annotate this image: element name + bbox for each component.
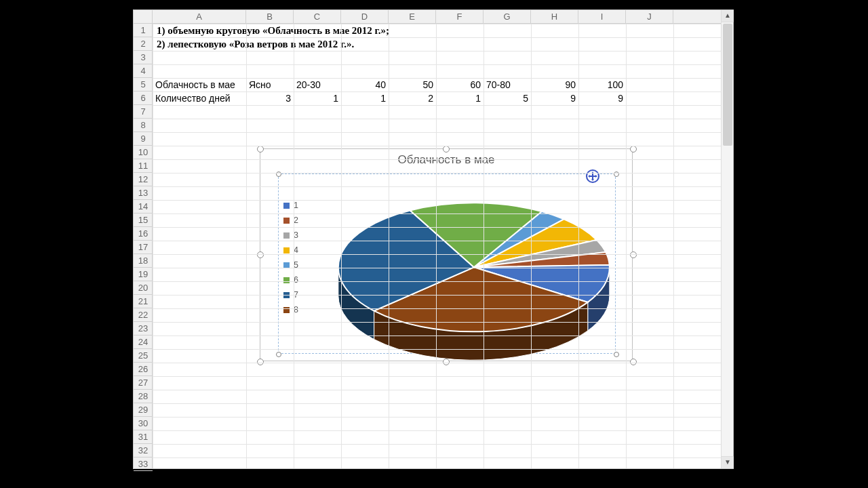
legend-swatch (283, 232, 290, 239)
spreadsheet-viewport: ABCDEFGHIJ 12345678910111213141516171819… (133, 9, 734, 469)
col-header-E[interactable]: E (389, 10, 436, 24)
cell-D5[interactable]: 40 (341, 78, 389, 92)
legend-item-4[interactable]: 4 (283, 243, 298, 258)
row-header-23[interactable]: 23 (134, 322, 153, 336)
row-header-22[interactable]: 22 (134, 308, 153, 322)
row-header-8[interactable]: 8 (134, 119, 153, 132)
col-header-A[interactable]: A (153, 10, 246, 24)
row-header-4[interactable]: 4 (134, 64, 153, 78)
legend-swatch (283, 218, 290, 224)
col-header-B[interactable]: B (246, 10, 294, 24)
legend-swatch (283, 307, 290, 313)
cell-F5[interactable]: 60 (436, 78, 484, 92)
cell-I5[interactable]: 100 (578, 78, 626, 92)
legend-item-6[interactable]: 6 (283, 272, 298, 287)
cell-B5[interactable]: Ясно (246, 78, 294, 92)
vertical-scrollbar[interactable]: ▲ ▼ (721, 10, 733, 468)
cell-G6[interactable]: 5 (484, 92, 531, 105)
row-header-bar: 1234567891011121314151617181920212223242… (134, 24, 153, 468)
cell-H5[interactable]: 90 (531, 78, 578, 92)
row6-label[interactable]: Количество дней (153, 92, 246, 105)
row-header-6[interactable]: 6 (134, 92, 153, 105)
row-header-11[interactable]: 11 (134, 159, 153, 173)
row-header-33[interactable]: 33 (134, 458, 153, 471)
cell-grid[interactable]: 1) объемную круговую «Облачность в мае 2… (153, 24, 721, 468)
col-header-C[interactable]: C (294, 10, 341, 24)
row-header-9[interactable]: 9 (134, 132, 153, 146)
selection-handle[interactable] (630, 251, 637, 258)
selection-handle[interactable] (630, 359, 637, 365)
scroll-thumb[interactable] (723, 24, 732, 146)
legend-item-5[interactable]: 5 (283, 258, 298, 272)
row-header-7[interactable]: 7 (134, 105, 153, 119)
row-header-27[interactable]: 27 (134, 376, 153, 390)
legend-item-8[interactable]: 8 (283, 302, 298, 317)
row-header-21[interactable]: 21 (134, 295, 153, 308)
row-header-2[interactable]: 2 (134, 37, 153, 51)
selection-handle[interactable] (443, 359, 450, 365)
task-line-1: 1) объемную круговую «Облачность в мае 2… (154, 24, 696, 37)
cell-H6[interactable]: 9 (531, 92, 578, 105)
col-header-H[interactable]: H (531, 10, 578, 24)
legend-label: 1 (294, 201, 298, 210)
selection-handle[interactable] (257, 146, 264, 152)
column-header-bar: ABCDEFGHIJ (134, 10, 733, 24)
cell-E5[interactable]: 50 (389, 78, 436, 92)
legend-swatch (283, 247, 290, 253)
select-all-corner[interactable] (134, 10, 153, 24)
pie-chart[interactable] (260, 149, 633, 362)
row-header-1[interactable]: 1 (134, 24, 153, 37)
row-header-18[interactable]: 18 (134, 254, 153, 268)
row-header-10[interactable]: 10 (134, 146, 153, 159)
col-header-J[interactable]: J (626, 10, 673, 24)
cell-E6[interactable]: 2 (389, 92, 436, 105)
col-header-G[interactable]: G (484, 10, 531, 24)
legend-label: 6 (294, 275, 298, 285)
legend-swatch (283, 277, 290, 283)
cell-G5[interactable]: 70-80 (484, 78, 531, 92)
cell-B6[interactable]: 3 (246, 92, 294, 105)
row5-label[interactable]: Облачность в мае (153, 78, 246, 92)
row-header-31[interactable]: 31 (134, 430, 153, 444)
legend-item-2[interactable]: 2 (283, 213, 298, 228)
row-header-14[interactable]: 14 (134, 200, 153, 214)
row-header-15[interactable]: 15 (134, 214, 153, 227)
scroll-up-button[interactable]: ▲ (722, 10, 734, 22)
row-header-20[interactable]: 20 (134, 281, 153, 295)
row-header-12[interactable]: 12 (134, 173, 153, 186)
legend-label: 4 (294, 245, 298, 255)
row-header-19[interactable]: 19 (134, 268, 153, 281)
cell-C6[interactable]: 1 (294, 92, 341, 105)
cell-C5[interactable]: 20-30 (294, 78, 341, 92)
cell-D6[interactable]: 1 (341, 92, 389, 105)
col-header-F[interactable]: F (436, 10, 484, 24)
row-header-24[interactable]: 24 (134, 336, 153, 349)
scroll-down-button[interactable]: ▼ (722, 456, 734, 468)
selection-handle[interactable] (443, 146, 450, 152)
selection-handle[interactable] (257, 251, 264, 258)
row-header-32[interactable]: 32 (134, 444, 153, 458)
row-header-5[interactable]: 5 (134, 78, 153, 92)
legend-swatch (283, 203, 290, 209)
legend-label: 8 (294, 305, 298, 314)
row-header-17[interactable]: 17 (134, 241, 153, 254)
row-header-28[interactable]: 28 (134, 390, 153, 403)
col-header-D[interactable]: D (341, 10, 389, 24)
chart-object[interactable]: Облачность в мае 12345678 (260, 148, 633, 361)
row-header-16[interactable]: 16 (134, 227, 153, 241)
selection-handle[interactable] (630, 146, 637, 152)
row-header-13[interactable]: 13 (134, 186, 153, 200)
row-header-25[interactable]: 25 (134, 349, 153, 363)
legend-label: 3 (294, 230, 298, 240)
legend-label: 2 (294, 216, 298, 225)
row-header-26[interactable]: 26 (134, 363, 153, 376)
row-header-29[interactable]: 29 (134, 403, 153, 417)
cell-I6[interactable]: 9 (578, 92, 626, 105)
move-cursor-icon (586, 169, 599, 183)
row-header-30[interactable]: 30 (134, 417, 153, 430)
selection-handle[interactable] (257, 359, 264, 365)
row-header-3[interactable]: 3 (134, 51, 153, 64)
col-header-I[interactable]: I (578, 10, 626, 24)
chart-legend[interactable]: 12345678 (283, 198, 298, 317)
cell-F6[interactable]: 1 (436, 92, 484, 105)
